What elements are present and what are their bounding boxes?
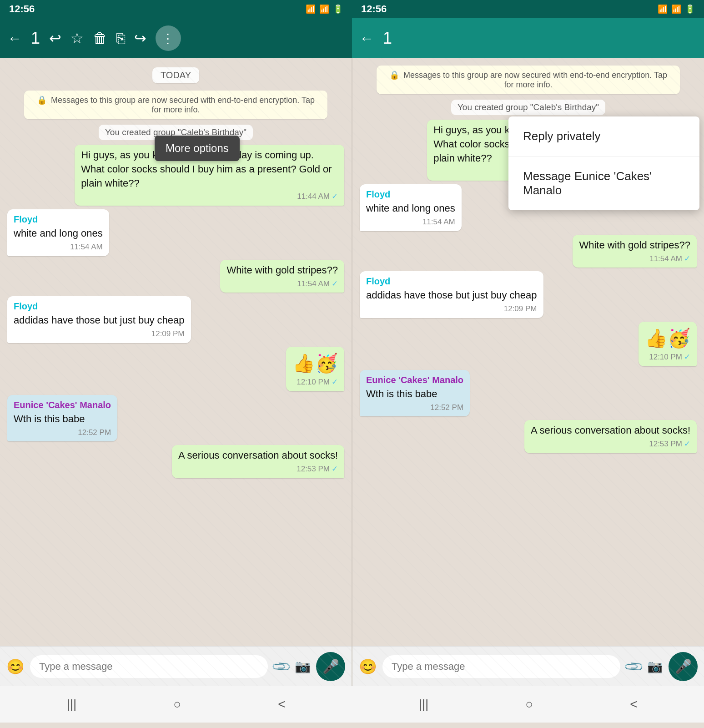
bubble-sent-emoji: 👍🥳 12:10 PM ✓ bbox=[286, 347, 344, 391]
copy-icon[interactable]: ⎘ bbox=[116, 30, 125, 47]
msg-text: white and long ones bbox=[14, 227, 103, 241]
bubble-received-highlight: Eunice 'Cakes' Manalo Wth is this babe 1… bbox=[360, 370, 470, 417]
msg-row: Eunice 'Cakes' Manalo Wth is this babe 1… bbox=[360, 370, 697, 417]
bubble-received: Floyd white and long ones 11:54 AM bbox=[360, 184, 462, 231]
tick-icon: ✓ bbox=[332, 278, 338, 289]
attach-icon[interactable]: 📎 bbox=[270, 655, 292, 677]
msg-text: White with gold stripes?? bbox=[226, 263, 338, 278]
left-nav-back-icon[interactable]: < bbox=[278, 697, 285, 712]
mic-icon-r: 🎤 bbox=[675, 658, 692, 674]
more-options-tooltip: More options bbox=[155, 136, 240, 161]
bubble-received: Floyd addidas have those but just buy ch… bbox=[360, 271, 543, 318]
msg-time: 12:09 PM bbox=[504, 303, 537, 314]
msg-text: Wth is this babe bbox=[366, 387, 463, 401]
bubble-sent-emoji: 👍🥳 12:10 PM ✓ bbox=[639, 322, 697, 366]
signal-icon: 📶 bbox=[319, 4, 329, 14]
context-message-eunice[interactable]: Message Eunice 'Cakes' Manalo bbox=[508, 157, 699, 210]
msg-time: 12:52 PM bbox=[78, 427, 111, 438]
msg-row: White with gold stripes?? 11:54 AM ✓ bbox=[360, 235, 697, 268]
left-nav-menu-icon[interactable]: ||| bbox=[66, 697, 76, 712]
sender-name-eunice: Eunice 'Cakes' Manalo bbox=[366, 374, 463, 386]
bubble-received: Floyd addidas have those but just buy ch… bbox=[7, 296, 191, 343]
msg-row: Floyd addidas have those but just buy ch… bbox=[7, 296, 344, 343]
msg-text: white and long ones bbox=[366, 202, 455, 216]
msg-row: 👍🥳 12:10 PM ✓ bbox=[7, 347, 344, 391]
msg-text: Wth is this babe bbox=[14, 412, 111, 426]
emoji-picker-icon[interactable]: 😊 bbox=[6, 658, 25, 675]
bubble-received-highlight: Eunice 'Cakes' Manalo Wth is this babe 1… bbox=[7, 395, 117, 442]
left-status-bar: 12:56 📶 📶 🔋 bbox=[0, 0, 352, 18]
msg-text: addidas have those but just buy cheap bbox=[14, 313, 185, 328]
camera-icon-r[interactable]: 📷 bbox=[647, 659, 663, 674]
tick-icon: ✓ bbox=[684, 352, 690, 363]
message-input[interactable] bbox=[30, 655, 268, 678]
msg-time: 11:54 AM bbox=[649, 253, 682, 264]
star-icon[interactable]: ☆ bbox=[70, 30, 84, 47]
tick-icon: ✓ bbox=[684, 439, 690, 450]
mic-button[interactable]: 🎤 bbox=[316, 652, 345, 681]
right-nav-back-icon[interactable]: < bbox=[630, 697, 637, 712]
forward-icon[interactable]: ↪ bbox=[134, 30, 146, 47]
more-button[interactable]: ⋮ bbox=[156, 25, 181, 51]
msg-text: A serious conversation about socks! bbox=[531, 424, 690, 438]
msg-time: 12:53 PM bbox=[649, 439, 682, 450]
left-toolbar-count: 1 bbox=[31, 29, 40, 48]
msg-time: 12:09 PM bbox=[151, 329, 185, 339]
bubble-sent: White with gold stripes?? 11:54 AM ✓ bbox=[573, 235, 697, 268]
back-icon-r[interactable]: ← bbox=[359, 30, 374, 47]
msg-row: A serious conversation about socks! 12:5… bbox=[360, 420, 697, 453]
back-icon[interactable]: ← bbox=[7, 30, 22, 47]
attach-icon-r[interactable]: 📎 bbox=[623, 655, 644, 677]
right-toolbar: ← 1 bbox=[352, 18, 704, 58]
dots-icon: ⋮ bbox=[161, 31, 175, 46]
sender-name-eunice: Eunice 'Cakes' Manalo bbox=[14, 399, 111, 411]
left-toolbar: ← 1 ↩ ☆ 🗑 ⎘ ↪ ⋮ bbox=[0, 18, 352, 58]
left-nav-home-icon[interactable]: ○ bbox=[173, 697, 181, 712]
bubble-sent: White with gold stripes?? 11:54 AM ✓ bbox=[220, 260, 344, 293]
bubble-received: Floyd white and long ones 11:54 AM bbox=[7, 209, 109, 256]
emoji-content: 👍🥳 bbox=[645, 328, 690, 348]
right-nav-menu-icon[interactable]: ||| bbox=[418, 697, 428, 712]
tick-icon: ✓ bbox=[684, 253, 690, 264]
msg-row: Floyd addidas have those but just buy ch… bbox=[360, 271, 697, 318]
date-badge: TODAY bbox=[152, 67, 199, 83]
msg-time: 11:54 AM bbox=[297, 278, 330, 289]
emoji-content: 👍🥳 bbox=[292, 353, 338, 373]
msg-row: A serious conversation about socks! 12:5… bbox=[7, 445, 344, 478]
nav-bar: ||| ○ < ||| ○ < bbox=[0, 686, 704, 723]
right-nav-home-icon[interactable]: ○ bbox=[525, 697, 533, 712]
emoji-picker-icon-r[interactable]: 😊 bbox=[359, 658, 377, 675]
right-toolbar-count: 1 bbox=[383, 29, 392, 48]
sender-name: Floyd bbox=[366, 188, 455, 201]
message-input-r[interactable] bbox=[382, 655, 620, 678]
msg-text: A serious conversation about socks! bbox=[178, 449, 338, 463]
reply-icon[interactable]: ↩ bbox=[49, 30, 61, 47]
bubble-sent: A serious conversation about socks! 12:5… bbox=[524, 420, 697, 453]
right-status-bar: 12:56 📶 📶 🔋 bbox=[352, 0, 704, 18]
encryption-notice-r[interactable]: 🔒 Messages to this group are now secured… bbox=[377, 66, 680, 94]
delete-icon[interactable]: 🗑 bbox=[93, 30, 107, 47]
sender-name: Floyd bbox=[14, 300, 185, 313]
msg-time: 11:54 AM bbox=[70, 242, 103, 253]
context-reply-privately[interactable]: Reply privately bbox=[508, 116, 699, 157]
msg-text: addidas have those but just buy cheap bbox=[366, 288, 537, 303]
camera-icon[interactable]: 📷 bbox=[295, 659, 311, 674]
group-created-badge-r: You created group "Caleb's Birthday" bbox=[451, 100, 605, 115]
tick-icon: ✓ bbox=[332, 464, 338, 475]
mic-icon: 🎤 bbox=[322, 658, 339, 674]
left-time: 12:56 bbox=[9, 3, 35, 15]
context-menu: Reply privately Message Eunice 'Cakes' M… bbox=[508, 116, 699, 210]
signal-icon-r: 📶 bbox=[671, 4, 681, 14]
tick-icon: ✓ bbox=[332, 377, 338, 388]
right-time: 12:56 bbox=[361, 3, 387, 15]
msg-row: Eunice 'Cakes' Manalo Wth is this babe 1… bbox=[7, 395, 344, 442]
msg-row: 👍🥳 12:10 PM ✓ bbox=[360, 322, 697, 366]
encryption-notice[interactable]: 🔒 Messages to this group are now secured… bbox=[24, 91, 327, 119]
mic-button-r[interactable]: 🎤 bbox=[669, 652, 698, 681]
msg-row: White with gold stripes?? 11:54 AM ✓ bbox=[7, 260, 344, 293]
right-nav: ||| ○ < bbox=[352, 686, 704, 723]
msg-time: 12:52 PM bbox=[430, 402, 463, 413]
msg-row: Floyd white and long ones 11:54 AM bbox=[7, 209, 344, 256]
msg-time: 12:10 PM bbox=[297, 377, 330, 388]
bubble-sent: A serious conversation about socks! 12:5… bbox=[172, 445, 344, 478]
